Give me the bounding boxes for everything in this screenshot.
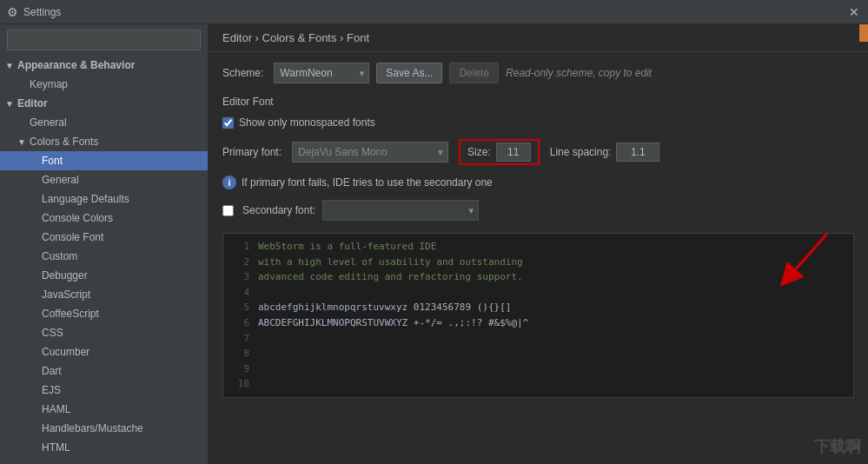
primary-font-select[interactable]: DejaVu Sans Mono Courier New Consolas Me… — [292, 142, 448, 162]
info-row: i If primary font fails, IDE tries to us… — [222, 176, 854, 189]
sidebar-item-label: Console Colors — [42, 212, 113, 224]
line-number: 7 — [232, 331, 249, 347]
info-icon: i — [222, 176, 236, 189]
sidebar-item-ejs[interactable]: EJS — [0, 381, 208, 400]
sidebar-item-appearance[interactable]: ▼Appearance & Behavior — [0, 56, 208, 75]
line-number: 9 — [232, 361, 249, 377]
sidebar-item-general[interactable]: General — [0, 113, 208, 132]
search-input[interactable] — [13, 34, 195, 46]
main-layout: ▼Appearance & BehaviorKeymap▼EditorGener… — [0, 24, 868, 464]
line-number: 1 — [232, 239, 249, 255]
line-number: 4 — [232, 285, 249, 301]
secondary-font-select[interactable] — [322, 200, 479, 221]
sidebar-item-console-font[interactable]: Console Font — [0, 228, 208, 247]
sidebar-item-debugger[interactable]: Debugger — [0, 266, 208, 285]
sidebar-item-css[interactable]: CSS — [0, 323, 208, 342]
readonly-text: Read-only scheme, copy to edit — [506, 67, 652, 79]
orange-indicator — [859, 24, 868, 42]
preview-line: 2with a high level of usability and outs… — [232, 255, 845, 270]
secondary-font-checkbox[interactable] — [222, 205, 234, 216]
sidebar-item-font[interactable]: Font — [0, 151, 208, 170]
line-number: 10 — [232, 376, 249, 392]
sidebar-item-label: Dart — [42, 365, 62, 377]
sidebar-item-label: Console Font — [42, 231, 103, 243]
sidebar-item-label: CoffeeScript — [42, 308, 99, 320]
size-label: Size: — [467, 146, 491, 158]
preview-line: 1WebStorm is a full-featured IDE — [232, 239, 845, 255]
scheme-select[interactable]: WarmNeon Default Darcula Monokai — [274, 63, 369, 83]
code-text: with a high level of usability and outst… — [258, 255, 523, 270]
sidebar-item-label: EJS — [42, 384, 61, 396]
sidebar-item-label: Cucumber — [42, 346, 89, 358]
line-spacing-group: Line spacing: — [550, 143, 660, 162]
font-select-wrapper: DejaVu Sans Mono Courier New Consolas Me… — [292, 142, 448, 162]
sidebar-item-label: CSS — [42, 327, 63, 339]
breadcrumb: Editor › Colors & Fonts › Font — [209, 24, 868, 52]
code-text: ABCDEFGHIJKLMNOPQRSTUVWXYZ +-*/= .,;:!? … — [258, 315, 528, 331]
sidebar-item-label: Language Defaults — [42, 193, 129, 205]
sidebar-item-haml[interactable]: HAML — [0, 400, 208, 419]
sidebar-item-keymap[interactable]: Keymap — [0, 75, 208, 94]
scheme-dropdown-wrapper: WarmNeon Default Darcula Monokai ▼ — [274, 63, 369, 83]
secondary-font-label: Secondary font: — [242, 204, 315, 216]
sidebar-item-label: Font — [42, 155, 63, 167]
sidebar-item-label: Editor — [17, 97, 48, 109]
window-title: Settings — [23, 6, 847, 18]
line-number: 6 — [232, 315, 249, 331]
sidebar-item-html[interactable]: HTML — [0, 438, 208, 457]
sidebar-item-language-defaults[interactable]: Language Defaults — [0, 189, 208, 209]
sidebar-item-editor[interactable]: ▼Editor — [0, 94, 208, 113]
close-button[interactable]: ✕ — [847, 5, 861, 19]
code-text: abcdefghijklmnopqrstuvwxyz 0123456789 ()… — [258, 300, 511, 315]
preview-line: 4 — [232, 285, 845, 301]
sidebar-item-handlebars[interactable]: Handlebars/Mustache — [0, 419, 208, 438]
sidebar-item-label: Keymap — [30, 78, 68, 90]
size-input[interactable] — [496, 143, 531, 162]
preview-area: 1WebStorm is a full-featured IDE2with a … — [222, 233, 854, 398]
title-bar: ⚙ Settings ✕ — [0, 0, 868, 24]
scheme-label: Scheme: — [222, 67, 263, 79]
preview-line: 5abcdefghijklmnopqrstuvwxyz 0123456789 (… — [232, 300, 845, 315]
sidebar-tree: ▼Appearance & BehaviorKeymap▼EditorGener… — [0, 56, 208, 457]
preview-line: 7 — [232, 331, 845, 347]
sidebar-item-label: HTML — [42, 441, 70, 454]
sidebar-item-custom[interactable]: Custom — [0, 247, 208, 266]
sidebar-item-label: Custom — [42, 250, 77, 262]
editor-font-section-title: Editor Font — [222, 96, 854, 108]
sidebar-item-dart[interactable]: Dart — [0, 361, 208, 381]
sidebar-item-label: Appearance & Behavior — [17, 59, 135, 71]
sidebar-item-cf-general[interactable]: General — [0, 170, 208, 189]
line-number: 2 — [232, 255, 249, 270]
sidebar-item-javascript[interactable]: JavaScript — [0, 285, 208, 304]
code-text: WebStorm is a full-featured IDE — [258, 239, 436, 255]
preview-line: 10 — [232, 376, 845, 392]
preview-line: 6ABCDEFGHIJKLMNOPQRSTUVWXYZ +-*/= .,;:!?… — [232, 315, 845, 331]
line-number: 8 — [232, 346, 249, 361]
expand-arrow-icon: ▼ — [17, 137, 30, 147]
sidebar-item-cucumber[interactable]: Cucumber — [0, 342, 208, 361]
search-box[interactable] — [7, 30, 201, 50]
preview-wrapper: 1WebStorm is a full-featured IDE2with a … — [222, 233, 854, 398]
sidebar-item-label: General — [30, 116, 67, 129]
content-body: Scheme: WarmNeon Default Darcula Monokai… — [209, 52, 868, 464]
content-panel: Editor › Colors & Fonts › Font Scheme: W… — [209, 24, 868, 464]
code-text: advanced code editing and refactoring su… — [258, 269, 523, 285]
line-spacing-input[interactable] — [616, 143, 659, 162]
scheme-row: Scheme: WarmNeon Default Darcula Monokai… — [222, 63, 854, 83]
info-text: If primary font fails, IDE tries to use … — [242, 176, 493, 189]
monospaced-label: Show only monospaced fonts — [239, 116, 375, 129]
sidebar-item-coffeescript[interactable]: CoffeeScript — [0, 304, 208, 323]
save-as-button[interactable]: Save As... — [376, 63, 442, 83]
monospaced-checkbox-row: Show only monospaced fonts — [222, 116, 854, 129]
sidebar-item-label: JavaScript — [42, 288, 90, 301]
sidebar-item-console-colors[interactable]: Console Colors — [0, 209, 208, 228]
sidebar-item-label: Colors & Fonts — [30, 136, 98, 148]
breadcrumb-text: Editor › Colors & Fonts › Font — [222, 31, 369, 44]
app-icon: ⚙ — [7, 5, 18, 19]
expand-arrow-icon: ▼ — [5, 61, 17, 70]
delete-button[interactable]: Delete — [449, 63, 499, 83]
sidebar-item-colors-fonts[interactable]: ▼Colors & Fonts — [0, 132, 208, 151]
monospaced-checkbox[interactable] — [222, 117, 234, 129]
primary-font-label: Primary font: — [222, 146, 282, 158]
sidebar-item-label: Handlebars/Mustache — [42, 422, 143, 434]
